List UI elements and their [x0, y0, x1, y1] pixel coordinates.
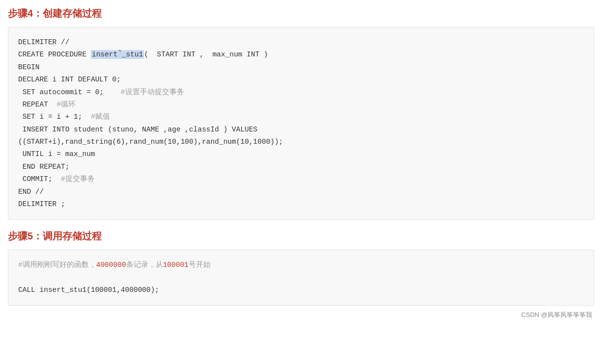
comment-set: #赋值 [91, 113, 110, 121]
comment-commit: #提交事务 [61, 175, 95, 183]
step4-section: 步骤4：创建存储过程 DELIMITER // CREATE PROCEDURE… [8, 7, 594, 220]
code-line-8: INSERT INTO student (stuno, NAME ,age ,c… [18, 126, 257, 133]
step4-code-block: DELIMITER // CREATE PROCEDURE insert̚_st… [8, 27, 594, 220]
code-line-6: REPEAT #循环 [18, 101, 76, 108]
comment-mid: 条记录，从 [126, 261, 163, 269]
step5-heading: 步骤5：调用存储过程 [8, 230, 594, 243]
step5-comment-line: #调用刚刚写好的函数，4000000条记录，从100001号开始 [18, 261, 211, 269]
code-line-3: BEGIN [18, 63, 40, 71]
code-line-5: SET autocommit = 0; #设置手动提交事务 [18, 88, 184, 96]
highlight-procedure-name: insert̚_stu1 [91, 50, 144, 59]
highlight-num1: 4000000 [96, 261, 126, 269]
code-line-7: SET i = i + 1; #赋值 [18, 113, 110, 121]
code-line-4: DECLARE i INT DEFAULT 0; [18, 76, 121, 83]
code-line-14: DELIMITER ; [18, 200, 65, 208]
code-line-12: COMMIT; #提交事务 [18, 175, 95, 183]
step5-code-block: #调用刚刚写好的函数，4000000条记录，从100001号开始 CALL in… [8, 250, 594, 306]
code-line-1: DELIMITER // [18, 38, 69, 46]
comment-end: 号开始 [189, 261, 211, 269]
call-line: CALL insert_stu1(100001,4000000); [18, 286, 159, 294]
comment-prefix: #调用刚刚写好的函数， [18, 261, 96, 269]
code-line-10: UNTIL i = max_num [18, 150, 95, 158]
step4-heading: 步骤4：创建存储过程 [8, 7, 594, 20]
code-line-13: END // [18, 188, 44, 196]
csdn-footer: CSDN @风筝风筝筝筝我 [8, 311, 594, 319]
code-line-2: CREATE PROCEDURE insert̚_stu1( START INT… [18, 50, 268, 59]
highlight-num2: 100001 [163, 261, 189, 269]
step5-section: 步骤5：调用存储过程 mysql #调用刚刚写好的函数，4000000条记录，从… [8, 230, 594, 306]
comment-autocommit: #设置手动提交事务 [121, 88, 184, 96]
code-line-9: ((START+i),rand_string(6),rand_num(10,10… [18, 138, 283, 146]
comment-repeat: #循环 [56, 101, 76, 108]
code-line-11: END REPEAT; [18, 163, 69, 171]
page-container: 步骤4：创建存储过程 DELIMITER // CREATE PROCEDURE… [0, 0, 602, 324]
